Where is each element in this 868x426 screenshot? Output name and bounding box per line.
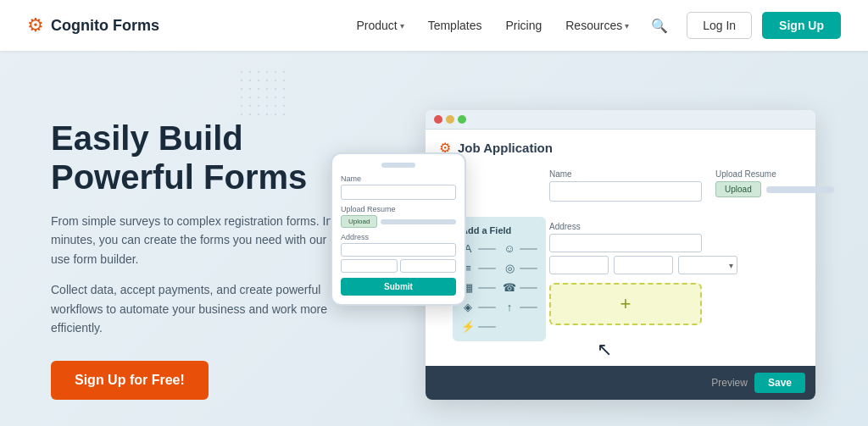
hero-title: Easily Build Powerful Forms (51, 119, 373, 196)
mobile-upload-progress (381, 219, 456, 224)
name-label: Name (549, 169, 702, 179)
signup-button[interactable]: Sign Up (762, 12, 841, 39)
logo-icon: ⚙ (27, 14, 44, 36)
address-input-street[interactable] (549, 234, 702, 252)
form-fields-area: Name Upload Resume Upload (549, 169, 802, 325)
login-button[interactable]: Log In (687, 12, 752, 39)
mobile-address-input1[interactable] (341, 243, 456, 257)
address-input-city[interactable] (549, 256, 609, 274)
mobile-notch (381, 163, 415, 168)
upload-button[interactable]: Upload (715, 181, 761, 197)
preview-button[interactable]: Preview (711, 377, 748, 389)
field-icon-text[interactable]: A (461, 242, 496, 255)
add-field-panel: Add a Field A ≡ (453, 217, 546, 341)
mobile-upload-button[interactable]: Upload (341, 215, 377, 228)
upload-btn-area: Upload (715, 181, 834, 197)
upload-progress-bar (766, 186, 834, 193)
address-input-state[interactable] (614, 256, 673, 274)
win-max-btn[interactable] (458, 115, 466, 124)
address-label: Address (549, 222, 802, 231)
form-body: ⚙ Job Application Add a Field A (426, 130, 815, 366)
form-header-row: ⚙ Job Application (439, 140, 802, 156)
address-select-country[interactable]: ▾ (678, 256, 737, 274)
field-icon-emoji[interactable]: ☺ (503, 242, 537, 255)
nav-templates[interactable]: Templates (418, 12, 492, 39)
nav-links: Product ▾ Templates Pricing Resources ▾ … (346, 11, 841, 41)
field-icon-upload[interactable]: ↑ (503, 301, 537, 313)
field-icon-tag[interactable]: ◈ (461, 301, 496, 313)
mobile-name-label: Name (341, 174, 456, 183)
field-icons-grid: A ≡ ▦ (461, 242, 537, 333)
name-input[interactable] (549, 181, 702, 202)
field-icon-location[interactable]: ◎ (503, 262, 537, 274)
field-icon-date[interactable]: ▦ (461, 281, 496, 294)
hero-section: Easily Build Powerful Forms From simple … (0, 51, 868, 426)
nav-product[interactable]: Product ▾ (346, 12, 414, 39)
mobile-address-state[interactable] (400, 259, 457, 273)
form-window: ⚙ Job Application Add a Field A (426, 110, 815, 400)
mobile-mockup: Name Upload Resume Upload Address Submit (331, 152, 466, 306)
hero-subtitle2: Collect data, accept payments, and creat… (51, 280, 373, 337)
mobile-upload-row: Upload (341, 215, 456, 228)
upload-label: Upload Resume (715, 169, 834, 179)
hero-left: Easily Build Powerful Forms From simple … (51, 102, 373, 400)
win-close-btn[interactable] (434, 115, 442, 124)
hero-cta-button[interactable]: Sign Up for Free! (51, 361, 209, 400)
navbar: ⚙ Cognito Forms Product ▾ Templates Pric… (0, 0, 868, 51)
nav-logo[interactable]: ⚙ Cognito Forms (27, 14, 159, 36)
field-icons-left: A ≡ ▦ (461, 242, 496, 333)
nav-pricing[interactable]: Pricing (495, 12, 552, 39)
hero-right: Name Upload Resume Upload Address Submit (407, 102, 834, 400)
hero-subtitle1: From simple surveys to complex registrat… (51, 212, 373, 268)
form-titlebar (426, 110, 815, 130)
field-icon-lightning[interactable]: ⚡ (461, 320, 496, 333)
search-icon[interactable]: 🔍 (643, 11, 676, 41)
chevron-down-icon: ▾ (400, 21, 404, 30)
nav-resources[interactable]: Resources ▾ (555, 12, 639, 39)
form-name-upload-row: Name Upload Resume Upload (549, 169, 802, 212)
mobile-address-row2 (341, 259, 456, 273)
form-title: Job Application (458, 141, 553, 155)
field-icon-multiline[interactable]: ≡ (461, 262, 496, 274)
chevron-down-icon: ▾ (625, 21, 629, 30)
win-min-btn[interactable] (446, 115, 454, 124)
field-icon-phone[interactable]: ☎ (503, 281, 537, 294)
upload-field-group: Upload Resume Upload (715, 169, 834, 202)
logo-text: Cognito Forms (51, 17, 159, 35)
address-input-row2: ▾ (549, 256, 802, 274)
name-field-group: Name (549, 169, 702, 202)
add-field-button[interactable]: + (549, 283, 702, 325)
save-button[interactable]: Save (754, 373, 805, 393)
mobile-notch-bar (341, 163, 456, 168)
mobile-submit-button[interactable]: Submit (341, 278, 456, 296)
field-icons-right: ☺ ◎ ☎ (503, 242, 537, 333)
add-field-title: Add a Field (461, 225, 537, 235)
address-section: Address ▾ (549, 222, 802, 274)
mobile-address-label: Address (341, 233, 456, 241)
cursor-pointer: ↖ (597, 339, 612, 361)
form-bottom-bar: Preview Save (426, 366, 815, 400)
mobile-address-city[interactable] (341, 259, 398, 273)
mobile-upload-label: Upload Resume (341, 205, 456, 213)
mobile-name-input[interactable] (341, 185, 456, 200)
